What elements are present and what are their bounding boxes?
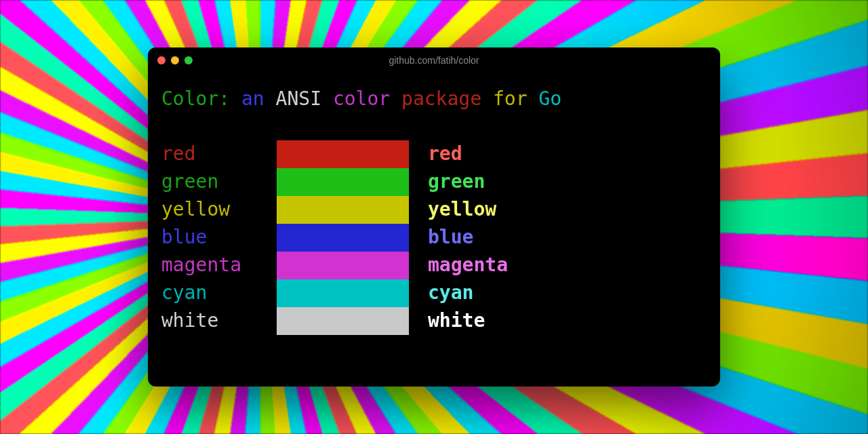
zoom-icon[interactable] <box>184 56 193 64</box>
color-label: red <box>161 140 277 168</box>
headline-word: color <box>333 87 390 110</box>
color-label: green <box>161 168 277 196</box>
color-label: white <box>161 307 277 335</box>
color-bright-label: magenta <box>428 252 707 279</box>
color-label: blue <box>161 224 277 252</box>
color-swatch <box>277 279 409 307</box>
window-title: github.com/fatih/color <box>148 55 720 66</box>
headline: Color: an ANSI color package for Go <box>161 85 707 113</box>
headline-word: an <box>241 87 264 110</box>
headline-word: ANSI <box>276 87 321 110</box>
color-row-cyan: cyancyan <box>161 279 707 307</box>
color-row-green: greengreen <box>161 168 707 196</box>
color-label: magenta <box>161 252 277 279</box>
color-swatch <box>277 168 409 196</box>
color-row-red: redred <box>161 140 707 168</box>
traffic-lights <box>157 56 193 64</box>
color-bright-label: green <box>428 168 707 196</box>
color-rows: redredgreengreenyellowyellowbluebluemage… <box>161 140 707 335</box>
color-row-yellow: yellowyellow <box>161 196 707 224</box>
color-swatch <box>277 307 409 335</box>
headline-word: package <box>401 87 481 110</box>
headline-prefix: Color: <box>161 87 230 110</box>
headline-word: Go <box>538 87 561 110</box>
minimize-icon[interactable] <box>171 56 179 64</box>
color-row-white: whitewhite <box>161 307 707 335</box>
color-bright-label: cyan <box>428 279 707 307</box>
color-label: cyan <box>161 279 277 307</box>
color-bright-label: blue <box>428 224 707 252</box>
color-bright-label: yellow <box>428 196 707 224</box>
terminal-content: Color: an ANSI color package for Go redr… <box>148 73 720 349</box>
color-swatch <box>277 252 409 279</box>
color-swatch <box>277 140 409 168</box>
color-bright-label: red <box>428 140 707 168</box>
color-bright-label: white <box>428 307 707 335</box>
color-swatch <box>277 224 409 252</box>
color-row-blue: blueblue <box>161 224 707 252</box>
headline-word: for <box>493 87 528 110</box>
terminal-window: github.com/fatih/color Color: an ANSI co… <box>148 47 720 387</box>
window-titlebar: github.com/fatih/color <box>148 47 720 73</box>
color-row-magenta: magentamagenta <box>161 252 707 279</box>
color-label: yellow <box>161 196 277 224</box>
close-icon[interactable] <box>157 56 165 64</box>
color-swatch <box>277 196 409 224</box>
